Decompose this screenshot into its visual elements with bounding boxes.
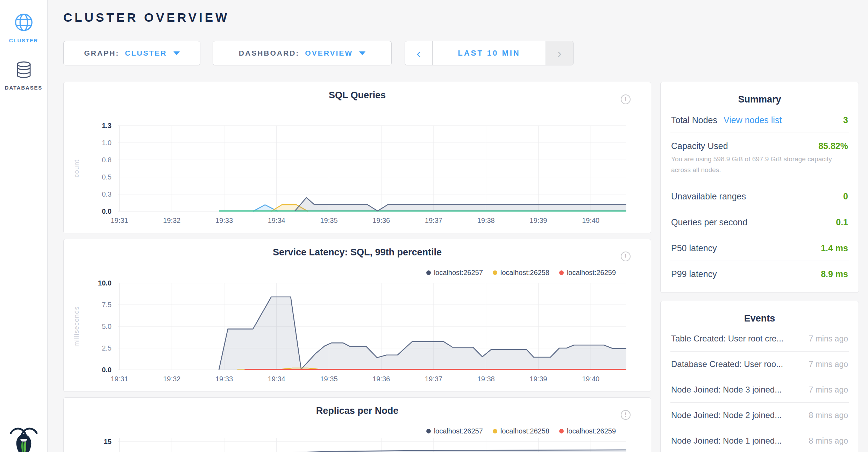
replicas-per-node-plot: 19:3119:3219:3319:3419:3519:3619:3719:38… xyxy=(64,398,651,452)
time-range-value[interactable]: LAST 10 MIN xyxy=(433,41,546,65)
event-text: Database Created: User roo... xyxy=(671,359,783,369)
svg-text:19:31: 19:31 xyxy=(111,375,128,383)
graph-dropdown[interactable]: GRAPH: CLUSTER xyxy=(63,41,200,65)
summary-value: 0.1 xyxy=(836,217,848,227)
cockroachdb-logo[interactable] xyxy=(8,424,39,452)
sql-queries-chart-card: SQL Queries ! 19:3119:3219:3319:3419:351… xyxy=(63,82,651,233)
graph-dropdown-value: CLUSTER xyxy=(125,49,167,57)
service-latency-plot: 19:3119:3219:3319:3419:3519:3619:3719:38… xyxy=(64,239,651,391)
svg-text:19:38: 19:38 xyxy=(477,375,495,383)
svg-text:19:34: 19:34 xyxy=(268,217,285,224)
svg-text:0.8: 0.8 xyxy=(102,156,112,164)
dashboard-dropdown-value: OVERVIEW xyxy=(305,49,353,57)
svg-text:19:37: 19:37 xyxy=(425,375,442,383)
sidebar-item-cluster[interactable]: CLUSTER xyxy=(0,12,47,43)
summary-row-p99-latency: P99 latency 8.9 ms xyxy=(670,261,849,287)
svg-text:10.0: 10.0 xyxy=(98,279,112,287)
events-panel: Events Table Created: User root cre... 7… xyxy=(660,301,859,452)
summary-label: P99 latency xyxy=(671,269,717,279)
summary-label: Unavailable ranges xyxy=(671,191,746,202)
dashboard-dropdown[interactable]: DASHBOARD: OVERVIEW xyxy=(213,41,392,65)
replicas-per-node-chart-card: Replicas per Node ! localhost:26257local… xyxy=(63,397,651,452)
svg-text:0.3: 0.3 xyxy=(102,190,112,198)
time-range-selector: ‹ LAST 10 MIN › xyxy=(405,41,574,65)
time-range-prev-button[interactable]: ‹ xyxy=(405,41,433,65)
svg-text:0.0: 0.0 xyxy=(102,207,112,215)
summary-label: Capacity Used xyxy=(671,141,728,151)
service-latency-chart-card: Service Latency: SQL, 99th percentile ! … xyxy=(63,239,651,392)
svg-text:19:39: 19:39 xyxy=(529,375,547,383)
svg-text:7.5: 7.5 xyxy=(102,301,112,309)
event-row: Node Joined: Node 2 joined... 8 mins ago xyxy=(670,403,849,428)
svg-text:count: count xyxy=(73,160,80,177)
chevron-down-icon xyxy=(359,51,365,55)
summary-value: 0 xyxy=(843,191,848,202)
event-time: 7 mins ago xyxy=(809,334,848,344)
event-row: Table Created: User root cre... 7 mins a… xyxy=(670,326,849,352)
svg-text:19:36: 19:36 xyxy=(372,217,390,224)
event-text: Node Joined: Node 3 joined... xyxy=(671,385,782,395)
event-row: Database Created: User roo... 7 mins ago xyxy=(670,352,849,377)
chevron-right-icon: › xyxy=(557,47,561,60)
event-time: 7 mins ago xyxy=(809,360,848,369)
dashboard-dropdown-label: DASHBOARD: xyxy=(239,49,300,57)
summary-row-capacity-used: Capacity Used 85.82% You are using 598.9… xyxy=(670,133,849,183)
event-time: 8 mins ago xyxy=(809,436,848,446)
page-title: CLUSTER OVERVIEW xyxy=(63,10,229,24)
svg-text:19:32: 19:32 xyxy=(163,375,180,383)
svg-text:19:34: 19:34 xyxy=(268,375,285,383)
globe-icon xyxy=(13,12,35,33)
summary-value: 85.82% xyxy=(818,141,848,151)
svg-text:0.0: 0.0 xyxy=(102,366,112,374)
sql-queries-plot: 19:3119:3219:3319:3419:3519:3619:3719:38… xyxy=(64,82,651,233)
svg-text:19:40: 19:40 xyxy=(582,217,599,224)
svg-text:19:32: 19:32 xyxy=(163,217,180,224)
view-nodes-list-link[interactable]: View nodes list xyxy=(724,115,782,125)
svg-text:19:35: 19:35 xyxy=(320,217,337,224)
time-range-next-button[interactable]: › xyxy=(546,41,573,65)
svg-text:19:33: 19:33 xyxy=(215,375,233,383)
summary-value: 3 xyxy=(843,115,848,125)
svg-text:5.0: 5.0 xyxy=(102,323,112,330)
svg-text:19:38: 19:38 xyxy=(477,217,495,224)
svg-text:0.5: 0.5 xyxy=(102,173,112,181)
event-time: 7 mins ago xyxy=(809,385,848,395)
summary-row-unavailable-ranges: Unavailable ranges 0 xyxy=(670,183,849,209)
chevron-left-icon: ‹ xyxy=(417,47,420,60)
summary-title: Summary xyxy=(661,82,859,107)
graph-dropdown-label: GRAPH: xyxy=(84,49,119,57)
sidebar-item-label: CLUSTER xyxy=(0,37,47,43)
summary-panel: Summary Total Nodes View nodes list 3 Ca… xyxy=(660,82,859,293)
svg-text:19:31: 19:31 xyxy=(111,217,128,224)
svg-text:19:33: 19:33 xyxy=(215,217,233,224)
summary-row-p50-latency: P50 latency 1.4 ms xyxy=(670,235,849,261)
svg-text:2.5: 2.5 xyxy=(102,344,112,352)
svg-text:19:35: 19:35 xyxy=(320,375,337,383)
chevron-down-icon xyxy=(173,51,180,55)
events-title: Events xyxy=(661,301,859,326)
event-text: Node Joined: Node 1 joined... xyxy=(671,436,782,446)
summary-label: Total Nodes xyxy=(671,115,717,125)
event-text: Table Created: User root cre... xyxy=(671,334,783,344)
svg-text:19:36: 19:36 xyxy=(372,375,390,383)
event-row: Node Joined: Node 1 joined... 8 mins ago xyxy=(670,428,849,452)
event-row: Node Joined: Node 3 joined... 7 mins ago xyxy=(670,377,849,403)
sidebar: CLUSTER DATABASES xyxy=(0,0,48,452)
capacity-caption: You are using 598.9 GiB of 697.9 GiB sto… xyxy=(671,151,848,176)
cluster-overview-page: CLUSTER DATABASES xyxy=(0,0,868,452)
summary-value: 8.9 ms xyxy=(821,269,848,279)
event-time: 8 mins ago xyxy=(809,411,848,420)
summary-row-total-nodes: Total Nodes View nodes list 3 xyxy=(670,107,849,133)
summary-row-queries-per-second: Queries per second 0.1 xyxy=(670,209,849,235)
svg-text:19:39: 19:39 xyxy=(529,217,547,224)
sidebar-item-databases[interactable]: DATABASES xyxy=(0,60,47,91)
event-text: Node Joined: Node 2 joined... xyxy=(671,410,782,420)
svg-text:19:40: 19:40 xyxy=(582,375,599,383)
svg-text:15: 15 xyxy=(104,438,112,445)
sidebar-item-label: DATABASES xyxy=(0,85,47,91)
summary-label: P50 latency xyxy=(671,243,717,253)
svg-text:1.0: 1.0 xyxy=(102,139,112,147)
svg-text:milliseconds: milliseconds xyxy=(73,306,80,346)
summary-label: Queries per second xyxy=(671,217,747,227)
database-icon xyxy=(14,60,34,80)
